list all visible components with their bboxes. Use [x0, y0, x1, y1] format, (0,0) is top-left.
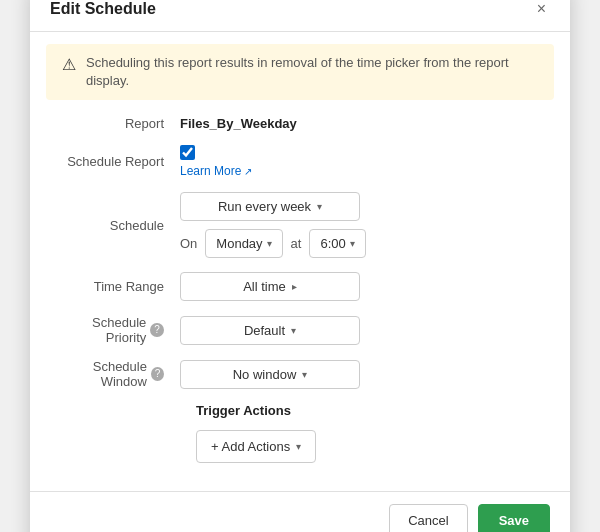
close-button[interactable]: ×	[533, 0, 550, 19]
schedule-priority-label: Schedule Priority ?	[50, 315, 180, 345]
schedule-report-checkbox[interactable]	[180, 145, 195, 160]
schedule-report-row: Schedule Report Learn More ↗	[50, 145, 550, 178]
modal-title: Edit Schedule	[50, 0, 156, 18]
trigger-actions-label: Trigger Actions	[50, 403, 550, 418]
edit-schedule-modal: Edit Schedule × ⚠ Scheduling this report…	[30, 0, 570, 532]
schedule-window-help-icon[interactable]: ?	[151, 367, 164, 381]
learn-more-link[interactable]: Learn More ↗	[180, 164, 252, 178]
report-value: Files_By_Weekday	[180, 116, 297, 131]
dropdown-arrow-icon: ▾	[317, 201, 322, 212]
day-dropdown[interactable]: Monday ▾	[205, 229, 282, 258]
time-range-label: Time Range	[50, 279, 180, 294]
warning-banner: ⚠ Scheduling this report results in remo…	[46, 44, 554, 100]
external-link-icon: ↗	[244, 166, 252, 177]
schedule-window-row: Schedule Window ? No window ▾	[50, 359, 550, 389]
time-range-row: Time Range All time ▸	[50, 272, 550, 301]
form-body: Report Files_By_Weekday Schedule Report …	[30, 112, 570, 479]
time-range-dropdown[interactable]: All time ▸	[180, 272, 360, 301]
schedule-label: Schedule	[50, 218, 180, 233]
schedule-window-dropdown[interactable]: No window ▾	[180, 360, 360, 389]
modal-overlay: Edit Schedule × ⚠ Scheduling this report…	[0, 0, 600, 532]
schedule-window-label: Schedule Window ?	[50, 359, 180, 389]
on-label: On	[180, 236, 197, 251]
checkbox-row	[180, 145, 252, 160]
warning-icon: ⚠	[62, 55, 76, 74]
at-label: at	[291, 236, 302, 251]
priority-arrow-icon: ▾	[291, 325, 296, 336]
schedule-row: Schedule Run every week ▾ On Monday ▾ at	[50, 192, 550, 258]
time-dropdown-arrow-icon: ▾	[350, 238, 355, 249]
schedule-priority-help-icon[interactable]: ?	[150, 323, 164, 337]
modal-header: Edit Schedule ×	[30, 0, 570, 32]
schedule-report-wrapper: Learn More ↗	[180, 145, 252, 178]
save-button[interactable]: Save	[478, 504, 550, 532]
cancel-button[interactable]: Cancel	[389, 504, 467, 532]
time-dropdown[interactable]: 6:00 ▾	[309, 229, 365, 258]
schedule-priority-dropdown[interactable]: Default ▾	[180, 316, 360, 345]
report-row: Report Files_By_Weekday	[50, 116, 550, 131]
time-range-arrow-icon: ▸	[292, 281, 297, 292]
add-actions-arrow-icon: ▾	[296, 441, 301, 452]
schedule-controls: Run every week ▾ On Monday ▾ at 6:00 ▾	[180, 192, 366, 258]
report-label: Report	[50, 116, 180, 131]
schedule-dropdown[interactable]: Run every week ▾	[180, 192, 360, 221]
window-arrow-icon: ▾	[302, 369, 307, 380]
schedule-priority-row: Schedule Priority ? Default ▾	[50, 315, 550, 345]
warning-text: Scheduling this report results in remova…	[86, 54, 538, 90]
day-dropdown-arrow-icon: ▾	[267, 238, 272, 249]
modal-footer: Cancel Save	[30, 491, 570, 532]
trigger-actions-section: Trigger Actions + Add Actions ▾	[50, 403, 550, 463]
schedule-report-label: Schedule Report	[50, 154, 180, 169]
schedule-sub-row: On Monday ▾ at 6:00 ▾	[180, 229, 366, 258]
add-actions-button[interactable]: + Add Actions ▾	[196, 430, 316, 463]
